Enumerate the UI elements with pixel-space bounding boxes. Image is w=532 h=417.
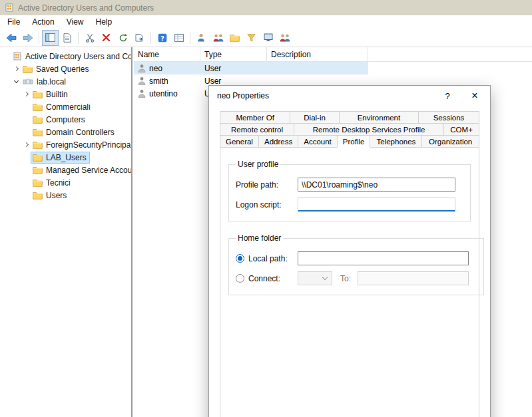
profile-path-label: Profile path: <box>236 180 298 190</box>
toolbar-separator <box>150 32 151 44</box>
tab-telephones[interactable]: Telephones <box>370 135 422 148</box>
tree-item-users[interactable]: Users <box>0 189 131 202</box>
connect-path-input[interactable] <box>358 271 469 285</box>
svg-text:?: ? <box>160 34 164 41</box>
chevron-right-icon[interactable] <box>11 67 21 70</box>
tab-organization[interactable]: Organization <box>421 135 479 148</box>
column-header-type[interactable]: Type <box>200 47 267 62</box>
logon-script-input[interactable] <box>298 198 455 211</box>
tab-address[interactable]: Address <box>258 135 298 148</box>
tab-profile[interactable]: Profile <box>337 135 371 148</box>
cell-name: smith <box>134 74 200 87</box>
screen-icon <box>264 33 273 42</box>
connect-row: Connect: To: <box>236 271 469 285</box>
tree-node: Managed Service Accoun <box>31 164 131 176</box>
folder-icon <box>230 34 240 42</box>
tree-item-lab-users[interactable]: LAB_Users <box>0 151 131 164</box>
tree-node: Domain Controllers <box>31 126 118 138</box>
connect-label: Connect: <box>248 274 298 283</box>
local-path-label: Local path: <box>248 254 298 263</box>
cut-button[interactable] <box>81 30 98 46</box>
tab-dial-in[interactable]: Dial-in <box>290 111 340 124</box>
tab-remote-control[interactable]: Remote control <box>220 123 294 136</box>
tab-remote-desktop-services-profile[interactable]: Remote Desktop Services Profile <box>294 123 444 136</box>
tree-item-builtin[interactable]: Builtin <box>0 88 131 100</box>
help-icon: ? <box>158 33 167 43</box>
folder-icon <box>33 116 43 124</box>
tree-item-lab-local[interactable]: lab.local <box>0 75 131 88</box>
new-group-button[interactable] <box>210 30 226 46</box>
tree-label: Tecnici <box>46 178 71 188</box>
back-button[interactable] <box>3 30 19 46</box>
column-view-button[interactable] <box>170 30 187 46</box>
show-console-tree-button[interactable] <box>42 30 59 46</box>
local-path-input[interactable] <box>298 251 469 265</box>
tree-item-managed-service-accoun[interactable]: Managed Service Accoun <box>0 164 131 176</box>
connect-radio[interactable] <box>236 274 244 283</box>
tree-item-domain-controllers[interactable]: Domain Controllers <box>0 126 131 138</box>
root-icon <box>13 52 22 61</box>
local-path-row: Local path: <box>236 251 469 265</box>
tree-item-saved-queries[interactable]: Saved Queries <box>0 63 131 75</box>
tab-member-of[interactable]: Member Of <box>220 111 290 124</box>
tree-item-active-directory-users-and-com[interactable]: Active Directory Users and Com <box>0 50 131 63</box>
tab-sessions[interactable]: Sessions <box>418 111 479 124</box>
tree-label: Computers <box>46 115 85 124</box>
column-header-name[interactable]: Name <box>134 47 200 62</box>
tree-label: Builtin <box>46 90 68 99</box>
forward-button[interactable] <box>19 30 36 46</box>
profile-tab-panel: User profile Profile path: Logon script:… <box>220 147 479 417</box>
menu-action[interactable]: Action <box>26 16 60 28</box>
tab-com[interactable]: COM+ <box>443 123 479 136</box>
help-button[interactable]: ? <box>154 30 170 46</box>
new-ou-button[interactable] <box>226 30 243 46</box>
tree-item-commerciali[interactable]: Commerciali <box>0 100 131 113</box>
toolbar-separator <box>190 32 190 44</box>
new-user-button[interactable] <box>193 30 210 46</box>
list-row-neo[interactable]: neoUser <box>134 62 368 74</box>
filter-button[interactable] <box>243 30 260 46</box>
menu-help[interactable]: Help <box>90 16 119 28</box>
menu-view[interactable]: View <box>61 16 90 28</box>
local-path-radio[interactable] <box>236 254 244 263</box>
dialog-close-button[interactable]: × <box>459 86 490 106</box>
group-membership-button[interactable] <box>276 30 293 46</box>
chevron-right-icon[interactable] <box>21 143 31 146</box>
tree-label: Users <box>46 191 67 200</box>
chevron-right-icon[interactable] <box>21 92 31 96</box>
chevron-down-icon[interactable] <box>11 80 21 82</box>
tab-general[interactable]: General <box>220 135 259 148</box>
delete-button[interactable] <box>98 30 115 46</box>
tree-node: Saved Queries <box>21 63 92 75</box>
menubar: FileActionViewHelp <box>0 15 532 29</box>
tree-item-foreignsecurityprincipals[interactable]: ForeignSecurityPrincipals <box>0 138 131 151</box>
folder-icon <box>33 192 43 200</box>
export-list-button[interactable] <box>131 30 148 46</box>
set-domain-button[interactable] <box>260 30 276 46</box>
folder-icon <box>33 154 43 162</box>
tab-account[interactable]: Account <box>298 135 338 148</box>
toolbar-separator <box>78 32 79 44</box>
dialog-help-button[interactable]: ? <box>435 91 459 101</box>
chevron-down-icon <box>322 275 328 280</box>
folder-icon <box>33 141 43 149</box>
column-header-description[interactable]: Description <box>267 47 368 62</box>
folder-icon <box>33 166 43 174</box>
tree-node: LAB_Users <box>31 152 90 164</box>
tree-item-tecnici[interactable]: Tecnici <box>0 176 131 189</box>
window-tree-icon <box>45 33 55 42</box>
home-folder-group: Home folder Local path: Connect: To: <box>228 233 484 295</box>
drive-letter-combo[interactable] <box>298 271 332 285</box>
folder-icon <box>23 65 33 73</box>
tab-row-1: Member OfDial-inEnvironmentSessions <box>220 111 479 124</box>
refresh-button[interactable] <box>115 30 131 46</box>
tab-row-2: Remote controlRemote Desktop Services Pr… <box>220 123 479 136</box>
tab-environment[interactable]: Environment <box>339 111 419 124</box>
tree-item-computers[interactable]: Computers <box>0 113 131 126</box>
profile-path-input[interactable] <box>298 178 455 192</box>
tree-node: Computers <box>31 114 89 126</box>
dialog-titlebar: neo Properties ? × <box>209 86 490 106</box>
properties-sheet-button[interactable] <box>59 30 75 46</box>
logon-script-label: Logon script: <box>236 200 298 209</box>
menu-file[interactable]: File <box>1 16 26 28</box>
